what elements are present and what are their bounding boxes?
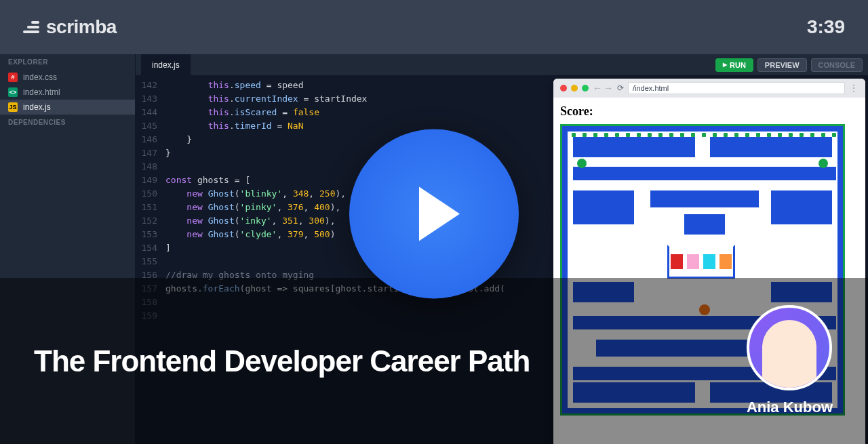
explorer-header: EXPLORER — [0, 54, 135, 70]
pellet-row — [572, 133, 836, 137]
line-content: ] — [165, 241, 171, 255]
line-content: this.speed = speed — [165, 79, 304, 92]
ghost-pinky — [687, 254, 699, 269]
instructor-name: Ania Kubow — [747, 399, 833, 416]
line-content: const ghosts = [ — [165, 174, 250, 187]
score-label: Score: — [560, 104, 859, 119]
minimize-icon[interactable] — [571, 85, 578, 92]
code-line[interactable]: 146 } — [136, 133, 551, 146]
maximize-icon[interactable] — [582, 85, 589, 92]
power-pellet — [577, 159, 587, 168]
ghost-blinky — [671, 254, 683, 269]
line-content: this.timerId = NaN — [165, 119, 304, 133]
line-content: new Ghost('clyde', 379, 500) — [165, 228, 336, 241]
line-number: 153 — [136, 228, 165, 241]
file-item-index-css[interactable]: #index.css — [0, 70, 135, 85]
line-content: new Ghost('inky', 351, 300), — [165, 214, 336, 228]
line-number: 152 — [136, 214, 165, 228]
line-content: } — [165, 133, 192, 146]
line-number: 144 — [136, 106, 165, 119]
logo[interactable]: scrimba — [23, 16, 117, 38]
file-item-index-html[interactable]: <>index.html — [0, 85, 135, 100]
play-button[interactable] — [349, 129, 519, 298]
run-button[interactable]: RUN — [715, 58, 753, 72]
line-number: 143 — [136, 92, 165, 106]
instructor-avatar[interactable] — [747, 305, 832, 390]
file-name: index.css — [23, 73, 57, 82]
url-bar[interactable]: /index.html — [628, 82, 845, 94]
ghost-clyde — [719, 254, 732, 269]
line-number: 149 — [136, 174, 165, 187]
kebab-menu-icon[interactable]: ⋮ — [849, 83, 859, 94]
html-file-icon: <> — [8, 87, 18, 97]
code-line[interactable]: 143 this.currentIndex = startIndex — [136, 92, 551, 106]
preview-button[interactable]: PREVIEW — [757, 58, 807, 72]
file-name: index.html — [23, 87, 60, 97]
code-line[interactable]: 145 this.timerId = NaN — [136, 119, 551, 133]
browser-bar: ← → ⟳ /index.html ⋮ — [553, 79, 865, 98]
line-number: 145 — [136, 119, 165, 133]
line-number: 147 — [136, 146, 165, 160]
logo-icon — [23, 21, 39, 33]
file-item-index-js[interactable]: JSindex.js — [0, 100, 135, 115]
line-content: this.currentIndex = startIndex — [165, 92, 367, 106]
dependencies-header: DEPENDENCIES — [0, 115, 135, 130]
line-number: 154 — [136, 241, 165, 255]
instructor-block: Ania Kubow — [747, 305, 833, 416]
js-file-icon: JS — [8, 102, 18, 112]
forward-icon[interactable]: → — [604, 83, 613, 94]
line-number: 146 — [136, 133, 165, 146]
logo-text: scrimba — [46, 16, 117, 38]
line-number: 142 — [136, 79, 165, 92]
line-content: new Ghost('blinky', 348, 250), — [165, 187, 346, 201]
code-line[interactable]: 144 this.isScared = false — [136, 106, 551, 119]
power-pellet — [818, 159, 828, 168]
line-number: 155 — [136, 255, 165, 268]
code-line[interactable]: 142 this.speed = speed — [136, 79, 551, 92]
ghost-inky — [703, 254, 715, 269]
line-content: new Ghost('pinky', 376, 400), — [165, 201, 340, 214]
editor-tabs: index.js RUN PREVIEW CONSOLE — [136, 54, 868, 76]
lesson-timer: 3:39 — [807, 16, 845, 38]
nav-arrows: ← → — [593, 83, 613, 94]
course-info-overlay: The Frontend Developer Career Path Ania … — [0, 278, 868, 444]
file-name: index.js — [23, 102, 51, 112]
play-icon — [419, 186, 460, 241]
line-number: 150 — [136, 187, 165, 201]
line-number: 148 — [136, 160, 165, 174]
back-icon[interactable]: ← — [593, 83, 602, 94]
line-content: this.isScared = false — [165, 106, 319, 119]
css-file-icon: # — [8, 73, 18, 82]
console-button[interactable]: CONSOLE — [811, 58, 863, 72]
line-content: } — [165, 146, 171, 160]
traffic-lights — [560, 85, 589, 92]
course-title: The Frontend Developer Career Path — [34, 344, 530, 378]
file-tab-indexjs[interactable]: index.js — [141, 54, 191, 75]
line-number: 151 — [136, 201, 165, 214]
app-header: scrimba 3:39 — [0, 0, 868, 54]
close-icon[interactable] — [560, 85, 567, 92]
ghost-lair — [667, 245, 735, 279]
reload-icon[interactable]: ⟳ — [617, 83, 624, 93]
